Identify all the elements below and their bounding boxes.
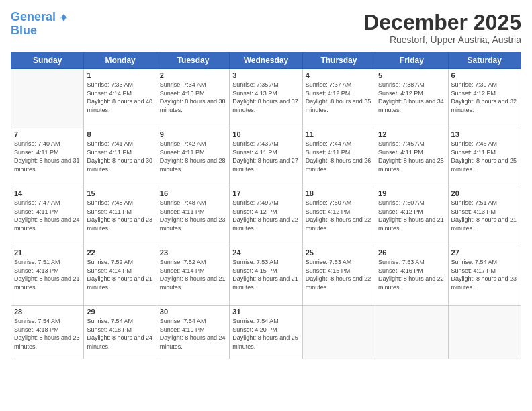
- calendar-cell: 26Sunrise: 7:53 AMSunset: 4:16 PMDayligh…: [375, 246, 448, 306]
- calendar-cell: 11Sunrise: 7:44 AMSunset: 4:11 PMDayligh…: [302, 128, 375, 187]
- calendar-cell: 19Sunrise: 7:50 AMSunset: 4:12 PMDayligh…: [375, 187, 448, 246]
- calendar-week-5: 28Sunrise: 7:54 AMSunset: 4:18 PMDayligh…: [11, 306, 521, 359]
- cell-info: Sunrise: 7:51 AMSunset: 4:13 PMDaylight:…: [14, 258, 81, 291]
- cell-info: Sunrise: 7:47 AMSunset: 4:11 PMDaylight:…: [14, 199, 81, 232]
- cell-info: Sunrise: 7:48 AMSunset: 4:11 PMDaylight:…: [87, 199, 153, 232]
- day-number: 5: [378, 71, 445, 79]
- logo: General Blue: [11, 11, 71, 38]
- day-number: 8: [87, 130, 153, 138]
- cell-info: Sunrise: 7:48 AMSunset: 4:11 PMDaylight:…: [160, 199, 226, 232]
- cell-info: Sunrise: 7:53 AMSunset: 4:15 PMDaylight:…: [232, 258, 299, 291]
- day-number: 23: [160, 248, 226, 257]
- cell-info: Sunrise: 7:53 AMSunset: 4:15 PMDaylight:…: [306, 258, 372, 291]
- cell-info: Sunrise: 7:40 AMSunset: 4:11 PMDaylight:…: [14, 140, 81, 173]
- header-sunday: Sunday: [11, 52, 84, 69]
- calendar-cell: 20Sunrise: 7:51 AMSunset: 4:13 PMDayligh…: [448, 187, 521, 246]
- page-subtitle: Ruestorf, Upper Austria, Austria: [363, 34, 521, 45]
- calendar-cell: 22Sunrise: 7:52 AMSunset: 4:14 PMDayligh…: [84, 246, 157, 306]
- cell-info: Sunrise: 7:50 AMSunset: 4:12 PMDaylight:…: [306, 199, 372, 232]
- calendar-cell: 5Sunrise: 7:38 AMSunset: 4:12 PMDaylight…: [375, 69, 448, 128]
- calendar-cell: [375, 306, 448, 359]
- cell-info: Sunrise: 7:54 AMSunset: 4:17 PMDaylight:…: [451, 258, 518, 291]
- cell-info: Sunrise: 7:51 AMSunset: 4:13 PMDaylight:…: [451, 199, 518, 232]
- calendar-cell: [448, 306, 521, 359]
- day-number: 12: [378, 130, 445, 138]
- cell-info: Sunrise: 7:45 AMSunset: 4:11 PMDaylight:…: [378, 140, 445, 173]
- day-number: 27: [451, 248, 518, 257]
- cell-info: Sunrise: 7:54 AMSunset: 4:19 PMDaylight:…: [160, 317, 226, 351]
- day-number: 31: [232, 308, 299, 316]
- cell-info: Sunrise: 7:35 AMSunset: 4:13 PMDaylight:…: [232, 81, 299, 114]
- day-number: 2: [160, 71, 226, 79]
- logo-icon: [57, 11, 71, 24]
- cell-info: Sunrise: 7:54 AMSunset: 4:18 PMDaylight:…: [14, 317, 81, 351]
- header-saturday: Saturday: [448, 52, 521, 69]
- calendar-cell: 27Sunrise: 7:54 AMSunset: 4:17 PMDayligh…: [448, 246, 521, 306]
- calendar-cell: 10Sunrise: 7:43 AMSunset: 4:11 PMDayligh…: [230, 128, 302, 187]
- cell-info: Sunrise: 7:33 AMSunset: 4:14 PMDaylight:…: [87, 81, 153, 114]
- calendar-cell: 16Sunrise: 7:48 AMSunset: 4:11 PMDayligh…: [157, 187, 229, 246]
- calendar-cell: 23Sunrise: 7:52 AMSunset: 4:14 PMDayligh…: [157, 246, 229, 306]
- calendar-cell: 25Sunrise: 7:53 AMSunset: 4:15 PMDayligh…: [302, 246, 375, 306]
- calendar-cell: 31Sunrise: 7:54 AMSunset: 4:20 PMDayligh…: [230, 306, 302, 359]
- calendar-cell: [11, 69, 84, 128]
- calendar-header-row: Sunday Monday Tuesday Wednesday Thursday…: [11, 52, 521, 69]
- calendar-cell: 3Sunrise: 7:35 AMSunset: 4:13 PMDaylight…: [230, 69, 302, 128]
- cell-info: Sunrise: 7:42 AMSunset: 4:11 PMDaylight:…: [160, 140, 226, 173]
- day-number: 1: [87, 71, 153, 79]
- cell-info: Sunrise: 7:54 AMSunset: 4:18 PMDaylight:…: [87, 317, 153, 351]
- day-number: 19: [378, 189, 445, 197]
- calendar-cell: 8Sunrise: 7:41 AMSunset: 4:11 PMDaylight…: [84, 128, 157, 187]
- cell-info: Sunrise: 7:37 AMSunset: 4:12 PMDaylight:…: [306, 81, 372, 114]
- calendar-week-2: 7Sunrise: 7:40 AMSunset: 4:11 PMDaylight…: [11, 128, 521, 187]
- day-number: 9: [160, 130, 226, 138]
- cell-info: Sunrise: 7:52 AMSunset: 4:14 PMDaylight:…: [160, 258, 226, 291]
- logo-text: General: [11, 11, 56, 24]
- cell-info: Sunrise: 7:34 AMSunset: 4:13 PMDaylight:…: [160, 81, 226, 114]
- calendar-week-3: 14Sunrise: 7:47 AMSunset: 4:11 PMDayligh…: [11, 187, 521, 246]
- day-number: 22: [87, 248, 153, 257]
- cell-info: Sunrise: 7:53 AMSunset: 4:16 PMDaylight:…: [378, 258, 445, 291]
- day-number: 11: [306, 130, 372, 138]
- day-number: 16: [160, 189, 226, 197]
- day-number: 26: [378, 248, 445, 257]
- calendar-cell: [302, 306, 375, 359]
- day-number: 29: [87, 308, 153, 316]
- calendar-cell: 30Sunrise: 7:54 AMSunset: 4:19 PMDayligh…: [157, 306, 229, 359]
- day-number: 17: [232, 189, 299, 197]
- day-number: 13: [451, 130, 518, 138]
- calendar-cell: 17Sunrise: 7:49 AMSunset: 4:12 PMDayligh…: [230, 187, 302, 246]
- day-number: 24: [232, 248, 299, 257]
- calendar-cell: 12Sunrise: 7:45 AMSunset: 4:11 PMDayligh…: [375, 128, 448, 187]
- cell-info: Sunrise: 7:41 AMSunset: 4:11 PMDaylight:…: [87, 140, 153, 173]
- cell-info: Sunrise: 7:38 AMSunset: 4:12 PMDaylight:…: [378, 81, 445, 114]
- day-number: 7: [14, 130, 81, 138]
- cell-info: Sunrise: 7:44 AMSunset: 4:11 PMDaylight:…: [306, 140, 372, 173]
- calendar-cell: 4Sunrise: 7:37 AMSunset: 4:12 PMDaylight…: [302, 69, 375, 128]
- calendar-cell: 21Sunrise: 7:51 AMSunset: 4:13 PMDayligh…: [11, 246, 84, 306]
- calendar-cell: 1Sunrise: 7:33 AMSunset: 4:14 PMDaylight…: [84, 69, 157, 128]
- calendar-cell: 7Sunrise: 7:40 AMSunset: 4:11 PMDaylight…: [11, 128, 84, 187]
- calendar-cell: 29Sunrise: 7:54 AMSunset: 4:18 PMDayligh…: [84, 306, 157, 359]
- day-number: 4: [306, 71, 372, 79]
- calendar-week-4: 21Sunrise: 7:51 AMSunset: 4:13 PMDayligh…: [11, 246, 521, 306]
- calendar-cell: 6Sunrise: 7:39 AMSunset: 4:12 PMDaylight…: [448, 69, 521, 128]
- day-number: 15: [87, 189, 153, 197]
- cell-info: Sunrise: 7:50 AMSunset: 4:12 PMDaylight:…: [378, 199, 445, 232]
- cell-info: Sunrise: 7:54 AMSunset: 4:20 PMDaylight:…: [232, 317, 299, 351]
- calendar-cell: 13Sunrise: 7:46 AMSunset: 4:11 PMDayligh…: [448, 128, 521, 187]
- calendar-cell: 24Sunrise: 7:53 AMSunset: 4:15 PMDayligh…: [230, 246, 302, 306]
- cell-info: Sunrise: 7:46 AMSunset: 4:11 PMDaylight:…: [451, 140, 518, 173]
- page-title: December 2025: [363, 11, 521, 34]
- header-thursday: Thursday: [302, 52, 375, 69]
- cell-info: Sunrise: 7:52 AMSunset: 4:14 PMDaylight:…: [87, 258, 153, 291]
- calendar-cell: 9Sunrise: 7:42 AMSunset: 4:11 PMDaylight…: [157, 128, 229, 187]
- title-section: December 2025 Ruestorf, Upper Austria, A…: [363, 11, 521, 45]
- header-friday: Friday: [375, 52, 448, 69]
- day-number: 10: [232, 130, 299, 138]
- logo-blue: Blue: [11, 24, 71, 38]
- calendar-cell: 14Sunrise: 7:47 AMSunset: 4:11 PMDayligh…: [11, 187, 84, 246]
- calendar-cell: 2Sunrise: 7:34 AMSunset: 4:13 PMDaylight…: [157, 69, 229, 128]
- header-monday: Monday: [84, 52, 157, 69]
- header-wednesday: Wednesday: [230, 52, 302, 69]
